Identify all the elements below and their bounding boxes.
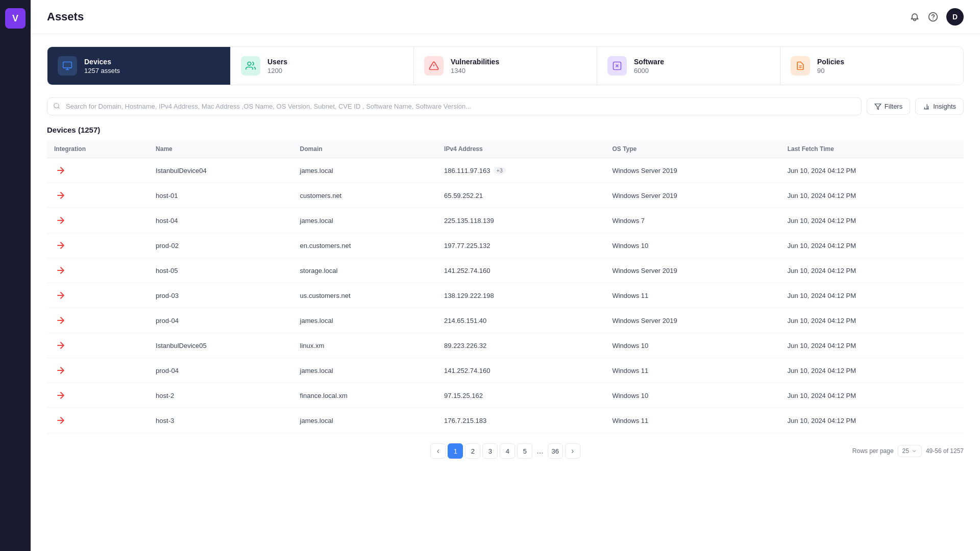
- page-2-button[interactable]: 2: [465, 443, 480, 459]
- table-row[interactable]: prod-04james.local141.252.74.160Windows …: [47, 358, 964, 383]
- filters-button[interactable]: Filters: [867, 98, 910, 115]
- table-row[interactable]: host-04james.local225.135.118.139Windows…: [47, 208, 964, 233]
- os-type-cell: Windows 10: [605, 333, 780, 358]
- ipv4-cell: 138.129.222.198: [437, 283, 605, 308]
- name-cell: host-01: [149, 183, 293, 208]
- domain-cell: linux.xm: [293, 333, 437, 358]
- category-devices[interactable]: Devices 1257 assets: [47, 47, 231, 85]
- policies-icon: [791, 56, 810, 76]
- ip-badge: 138.129.222.198: [444, 292, 494, 299]
- page-5-button[interactable]: 5: [517, 443, 532, 459]
- ip-badge: 197.77.225.132: [444, 242, 490, 249]
- app-logo[interactable]: V: [5, 8, 26, 29]
- os-type-cell: Windows 7: [605, 208, 780, 233]
- os-type-cell: Windows 10: [605, 233, 780, 258]
- integration-cell: [47, 408, 149, 433]
- devices-icon: [58, 56, 77, 76]
- software-icon: [607, 56, 627, 76]
- page-4-button[interactable]: 4: [500, 443, 515, 459]
- domain-cell: us.customers.net: [293, 283, 437, 308]
- users-label: Users: [267, 58, 287, 66]
- table-row[interactable]: prod-04james.local214.65.151.40Windows S…: [47, 308, 964, 333]
- ip-value: 89.223.226.32: [444, 342, 486, 349]
- pagination: ‹ 1 2 3 4 5 ... 36 › Rows per page 25 49…: [47, 433, 964, 464]
- insights-button[interactable]: Insights: [915, 98, 964, 115]
- next-page-button[interactable]: ›: [565, 443, 580, 459]
- page-3-button[interactable]: 3: [482, 443, 498, 459]
- category-policies[interactable]: Policies 90: [780, 47, 963, 85]
- col-fetch: Last Fetch Time: [780, 140, 964, 158]
- ip-badge: 97.15.25.162: [444, 392, 483, 399]
- insights-label: Insights: [933, 103, 956, 110]
- integration-icon: [54, 189, 67, 202]
- page-1-button[interactable]: 1: [448, 443, 463, 459]
- table-row[interactable]: host-3james.local176.7.215.183Windows 11…: [47, 408, 964, 433]
- name-cell: host-3: [149, 408, 293, 433]
- table-body: IstanbulDevice04james.local186.111.97.16…: [47, 158, 964, 433]
- policies-count: 90: [817, 67, 844, 74]
- last-fetch-cell: Jun 10, 2024 04:12 PM: [780, 158, 964, 183]
- integration-icon: [54, 264, 67, 277]
- ip-value: 97.15.25.162: [444, 392, 483, 399]
- software-info: Software 6000: [634, 58, 664, 74]
- integration-icon: [54, 214, 67, 227]
- last-fetch-cell: Jun 10, 2024 04:12 PM: [780, 333, 964, 358]
- ip-badge: 141.252.74.160: [444, 267, 490, 274]
- table-row[interactable]: host-2finance.local.xm97.15.25.162Window…: [47, 383, 964, 408]
- user-avatar[interactable]: D: [946, 8, 964, 26]
- ip-badge: 176.7.215.183: [444, 417, 486, 424]
- page-36-button[interactable]: 36: [548, 443, 563, 459]
- ip-value: 141.252.74.160: [444, 367, 490, 374]
- table-row[interactable]: host-01customers.net65.59.252.21Windows …: [47, 183, 964, 208]
- integration-cell: [47, 308, 149, 333]
- ip-badge: 65.59.252.21: [444, 192, 483, 199]
- last-fetch-cell: Jun 10, 2024 04:12 PM: [780, 208, 964, 233]
- integration-icon: [54, 339, 67, 352]
- ip-badge: 89.223.226.32: [444, 342, 486, 349]
- category-software[interactable]: Software 6000: [597, 47, 780, 85]
- rows-select[interactable]: 25: [898, 445, 922, 457]
- table-row[interactable]: IstanbulDevice04james.local186.111.97.16…: [47, 158, 964, 183]
- ip-value: 186.111.97.163: [444, 167, 490, 174]
- help-button[interactable]: [928, 12, 938, 22]
- integration-cell: [47, 208, 149, 233]
- search-input[interactable]: [47, 97, 862, 115]
- search-icon: [53, 102, 60, 111]
- os-type-cell: Windows Server 2019: [605, 183, 780, 208]
- ip-value: 225.135.118.139: [444, 217, 494, 224]
- ip-value: 214.65.151.40: [444, 317, 486, 324]
- col-name: Name: [149, 140, 293, 158]
- ipv4-cell: 214.65.151.40: [437, 308, 605, 333]
- domain-cell: james.local: [293, 158, 437, 183]
- last-fetch-cell: Jun 10, 2024 04:12 PM: [780, 408, 964, 433]
- notification-button[interactable]: [910, 12, 920, 22]
- rows-per-page-label: Rows per page: [852, 447, 894, 455]
- category-users[interactable]: Users 1200: [231, 47, 414, 85]
- domain-cell: james.local: [293, 408, 437, 433]
- ipv4-cell: 65.59.252.21: [437, 183, 605, 208]
- domain-cell: finance.local.xm: [293, 383, 437, 408]
- integration-cell: [47, 358, 149, 383]
- table-row[interactable]: prod-02en.customers.net197.77.225.132Win…: [47, 233, 964, 258]
- users-info: Users 1200: [267, 58, 287, 74]
- integration-cell: [47, 333, 149, 358]
- devices-table: Integration Name Domain IPv4 Address OS …: [47, 140, 964, 433]
- col-integration: Integration: [47, 140, 149, 158]
- integration-icon: [54, 314, 67, 327]
- ip-value: 197.77.225.132: [444, 242, 490, 249]
- prev-page-button[interactable]: ‹: [430, 443, 446, 459]
- sidebar: V: [0, 0, 31, 551]
- vulnerabilities-count: 1340: [451, 67, 499, 74]
- category-vulnerabilities[interactable]: Vulnerabilities 1340: [414, 47, 597, 85]
- table-row[interactable]: IstanbulDevice05linux.xm89.223.226.32Win…: [47, 333, 964, 358]
- ip-badge: 141.252.74.160: [444, 367, 490, 374]
- ip-value: 138.129.222.198: [444, 292, 494, 299]
- page-title: Assets: [47, 10, 84, 23]
- ipv4-cell: 186.111.97.163+3: [437, 158, 605, 183]
- ipv4-cell: 141.252.74.160: [437, 258, 605, 283]
- svg-marker-5: [875, 104, 881, 109]
- ipv4-cell: 141.252.74.160: [437, 358, 605, 383]
- ip-badge: 214.65.151.40: [444, 317, 486, 324]
- table-row[interactable]: prod-03us.customers.net138.129.222.198Wi…: [47, 283, 964, 308]
- table-row[interactable]: host-05storage.local141.252.74.160Window…: [47, 258, 964, 283]
